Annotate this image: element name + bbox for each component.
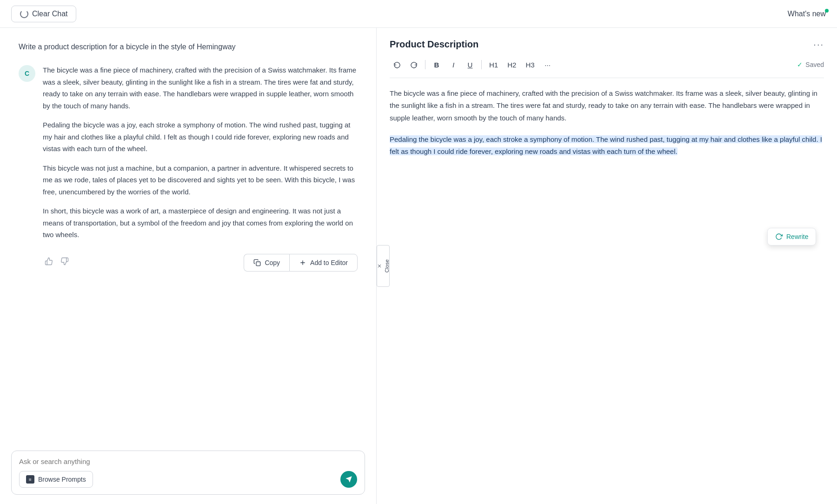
response-paragraph-1: The bicycle was a fine piece of machiner…	[43, 64, 358, 112]
h2-button[interactable]: H2	[504, 57, 520, 72]
rewrite-popup[interactable]: Rewrite	[767, 228, 816, 245]
response-paragraph-3: This bicycle was not just a machine, but…	[43, 162, 358, 198]
toolbar-divider-1	[425, 60, 425, 69]
browse-icon: ≡	[26, 475, 34, 484]
chat-panel: Write a product description for a bicycl…	[0, 28, 377, 504]
vote-buttons	[43, 255, 71, 270]
bold-button[interactable]: B	[429, 57, 444, 72]
saved-check-icon: ✓	[797, 61, 803, 68]
editor-panel: Close Product Description ··· B	[377, 28, 837, 504]
clear-chat-button[interactable]: Clear Chat	[11, 6, 76, 22]
chat-input-footer: ≡ Browse Prompts	[19, 471, 357, 488]
h2-label: H2	[507, 61, 516, 69]
h3-label: H3	[525, 61, 534, 69]
svg-rect-0	[256, 262, 260, 266]
bold-label: B	[434, 61, 439, 69]
send-button[interactable]	[340, 471, 357, 488]
ai-response-text: The bicycle was a fine piece of machiner…	[43, 64, 358, 241]
chat-messages: Write a product description for a bicycl…	[0, 28, 376, 441]
underline-button[interactable]: U	[463, 57, 478, 72]
response-paragraph-2: Pedaling the bicycle was a joy, each str…	[43, 119, 358, 155]
clear-chat-label: Clear Chat	[32, 10, 67, 18]
browse-prompts-button[interactable]: ≡ Browse Prompts	[19, 471, 93, 488]
main-layout: Write a product description for a bicycl…	[0, 28, 837, 504]
h1-button[interactable]: H1	[485, 57, 502, 72]
whats-new-label: What's new	[788, 10, 826, 18]
header: Clear Chat What's new	[0, 0, 837, 28]
close-panel-label: Close	[384, 259, 390, 272]
copy-label: Copy	[265, 259, 280, 266]
add-to-editor-label: Add to Editor	[310, 259, 348, 266]
h3-button[interactable]: H3	[522, 57, 538, 72]
refresh-icon	[20, 10, 28, 18]
saved-label: Saved	[805, 61, 824, 68]
highlighted-text: Pedaling the bicycle was a joy, each str…	[390, 135, 822, 155]
editor-paragraph-2: Pedaling the bicycle was a joy, each str…	[390, 133, 824, 158]
redo-button[interactable]	[406, 57, 421, 72]
response-actions: Copy Add to Editor	[19, 248, 358, 272]
chat-input-area: ≡ Browse Prompts	[0, 441, 376, 504]
editor-menu-button[interactable]: ···	[813, 39, 824, 50]
user-message-text: Write a product description for a bicycl…	[19, 43, 236, 51]
editor-toolbar: B I U H1 H2 H3 ··· ✓ Saved	[390, 57, 824, 78]
more-label: ···	[545, 61, 551, 69]
h1-label: H1	[489, 61, 498, 69]
response-paragraph-4: In short, this bicycle was a work of art…	[43, 205, 358, 241]
chat-input-container: ≡ Browse Prompts	[11, 451, 365, 495]
user-message: Write a product description for a bicycl…	[19, 43, 358, 51]
add-to-editor-button[interactable]: Add to Editor	[289, 254, 358, 272]
italic-label: I	[452, 61, 454, 69]
chat-input[interactable]	[19, 458, 357, 465]
italic-button[interactable]: I	[446, 57, 461, 72]
saved-indicator: ✓ Saved	[797, 61, 824, 68]
browse-prompts-label: Browse Prompts	[38, 476, 86, 483]
thumbs-down-button[interactable]	[59, 255, 71, 270]
underline-label: U	[468, 61, 473, 69]
editor-content[interactable]: The bicycle was a fine piece of machiner…	[390, 87, 824, 167]
whats-new-button[interactable]: What's new	[788, 10, 826, 18]
action-buttons: Copy Add to Editor	[244, 254, 358, 272]
thumbs-up-button[interactable]	[43, 255, 55, 270]
notification-dot	[825, 9, 829, 13]
more-formatting-button[interactable]: ···	[540, 57, 555, 72]
editor-paragraph-1: The bicycle was a fine piece of machiner…	[390, 87, 824, 124]
avatar: C	[19, 65, 35, 82]
close-panel-button[interactable]: Close	[377, 245, 390, 287]
ai-response: C The bicycle was a fine piece of machin…	[19, 64, 358, 241]
editor-title: Product Description	[390, 39, 478, 50]
rewrite-label: Rewrite	[786, 233, 808, 240]
toolbar-divider-2	[481, 60, 482, 69]
undo-button[interactable]	[390, 57, 405, 72]
rewrite-icon	[775, 233, 783, 240]
editor-header: Product Description ···	[390, 39, 824, 50]
copy-button[interactable]: Copy	[244, 254, 289, 272]
